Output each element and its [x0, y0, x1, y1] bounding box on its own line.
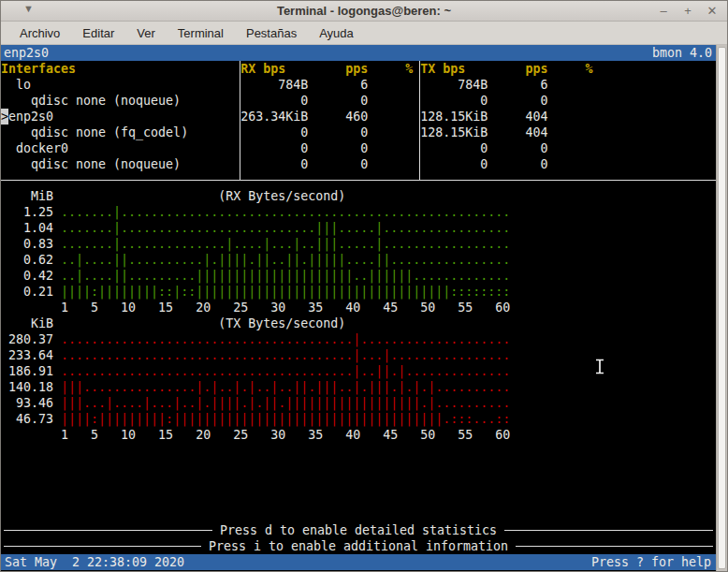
- titlebar[interactable]: ▼ Terminal - logongas@beren: ~ – + ✕: [1, 1, 727, 22]
- graph-data-row: 93.46 |||...|....|...|..|.||||.|.||.||||…: [1, 395, 716, 411]
- graph-title: KiB (TX Bytes/second): [1, 315, 345, 331]
- graph-bars: .......................................|…: [61, 347, 510, 363]
- menu-item-pestañas[interactable]: Pestañas: [237, 23, 306, 43]
- graph-title: MiB (RX Bytes/second): [1, 188, 345, 204]
- y-axis-tick-label: 1.04: [1, 220, 61, 236]
- graph-bars: |||...............|.|..|.|..|..||.|||..|…: [61, 379, 510, 395]
- graph-unit-title-row: MiB (RX Bytes/second): [1, 188, 716, 204]
- y-axis-tick-label: 0.62: [1, 252, 61, 268]
- terminal-viewport[interactable]: enp2s0bmon 4.0Interfaces RX bps pps % TX…: [1, 45, 727, 572]
- message-rule-left: [4, 538, 201, 547]
- interfaces-header: Interfaces RX bps pps % TX bps pps %: [1, 61, 592, 77]
- graph-data-row: 186.91 .................................…: [1, 363, 716, 379]
- menubar: ArchivoEditarVerTerminalPestañasAyuda: [1, 22, 727, 45]
- graph-bars: ||||:||||||||::|::||||||||||||||||||||||…: [61, 284, 510, 300]
- message-rule-left: [4, 522, 212, 531]
- interface-stats: qdisc none (fq_codel) 0 0 128.15KiB 404: [1, 125, 592, 140]
- interface-stats: qdisc none (noqueue) 0 0 0 0: [1, 156, 592, 172]
- graph-data-row: 0.21 ||||:||||||||::|::|||||||||||||||||…: [1, 284, 716, 300]
- graph-bars: .......|..........................|||...…: [61, 220, 510, 236]
- graph-data-row: 140.18 |||...............|.|..|.|..|..||…: [1, 379, 716, 395]
- empty-row: [1, 506, 716, 522]
- interface-row-enp2s0: >enp2s0 263.34KiB 460 128.15KiB 404: [1, 109, 716, 125]
- graph-bars: ..|....||.........|||||||||||||||||||||.…: [61, 268, 510, 284]
- interface-row-qdisc: qdisc none (noqueue) 0 0 0 0: [1, 93, 716, 109]
- window-title: Terminal - logongas@beren: ~: [1, 4, 727, 18]
- graph-bars: |||...|....|...|..|.||||.|.||.||||||||||…: [61, 395, 510, 411]
- bmon-version-label: bmon 4.0: [652, 45, 712, 61]
- x-axis-tick-labels: 1 5 10 15 20 25 30 35 40 45 50 55 60: [1, 427, 510, 443]
- interfaces-header-row: Interfaces RX bps pps % TX bps pps %: [1, 61, 716, 77]
- hint-message: Press d to enable detailed statistics: [212, 522, 504, 538]
- horizontal-separator-line: [1, 180, 716, 181]
- graph-bars: ..|....||..........|.||||.||..||.|||||..…: [61, 252, 510, 268]
- bmon-topbar: enp2s0bmon 4.0: [1, 45, 716, 61]
- scrollbar-thumb[interactable]: [718, 47, 726, 569]
- maximize-button[interactable]: +: [680, 4, 695, 19]
- menu-item-archivo[interactable]: Archivo: [10, 23, 69, 43]
- scrollbar[interactable]: [716, 45, 727, 572]
- clock-datetime: Sat May 2 22:38:09 2020: [5, 554, 184, 570]
- graph-bars: .......|................................…: [61, 204, 510, 220]
- help-hint: Press ? for help: [591, 554, 711, 570]
- graph-unit-title-row: KiB (TX Bytes/second): [1, 315, 716, 331]
- graph-data-row: 0.62 ..|....||..........|.||||.||..||.||…: [1, 252, 716, 268]
- bmon-statusbar: Sat May 2 22:38:09 2020Press ? for help: [1, 554, 716, 570]
- empty-row: [1, 443, 716, 459]
- terminal-window: ▼ Terminal - logongas@beren: ~ – + ✕ Arc…: [0, 0, 728, 572]
- interface-row-lo: lo 784B 6 784B 6: [1, 77, 716, 93]
- column-separator-line: [240, 61, 240, 180]
- hint-message: Press i to enable additional information: [201, 538, 516, 554]
- menu-item-editar[interactable]: Editar: [73, 23, 124, 43]
- y-axis-tick-label: 1.25: [1, 204, 61, 220]
- x-axis-tick-labels: 1 5 10 15 20 25 30 35 40 45 50 55 60: [1, 300, 510, 315]
- message-rule-right: [516, 538, 713, 547]
- close-button[interactable]: ✕: [705, 4, 720, 19]
- selection-marker: >: [1, 109, 8, 125]
- menu-item-ver[interactable]: Ver: [127, 23, 165, 43]
- minimize-button[interactable]: –: [656, 4, 671, 19]
- interface-row-qdisc: qdisc none (noqueue) 0 0 0 0: [1, 156, 716, 172]
- y-axis-tick-label: 0.83: [1, 236, 61, 252]
- menu-item-terminal[interactable]: Terminal: [168, 23, 233, 43]
- graph-x-axis-row: 1 5 10 15 20 25 30 35 40 45 50 55 60: [1, 427, 716, 443]
- graph-bars: .......................................|…: [61, 363, 510, 379]
- interface-row-qdisc: qdisc none (fq_codel) 0 0 128.15KiB 404: [1, 125, 716, 140]
- hint-message-row: Press d to enable detailed statistics: [1, 522, 716, 538]
- interface-stats: lo 784B 6 784B 6: [1, 77, 592, 93]
- graph-data-row: 233.64 .................................…: [1, 347, 716, 363]
- graph-data-row: 0.83 .......|..............|....|...|..|…: [1, 236, 716, 252]
- graph-bars: .......................................|…: [61, 331, 510, 347]
- selected-interface-label: enp2s0: [4, 45, 49, 61]
- empty-row: [1, 459, 716, 475]
- y-axis-tick-label: 0.21: [1, 284, 61, 300]
- y-axis-tick-label: 0.42: [1, 268, 61, 284]
- y-axis-tick-label: 93.46: [1, 395, 61, 411]
- graph-data-row: 0.42 ..|....||.........|||||||||||||||||…: [1, 268, 716, 284]
- interface-row-docker0: docker0 0 0 0 0: [1, 140, 716, 156]
- graph-data-row: 280.37 .................................…: [1, 331, 716, 347]
- bmon-screen: enp2s0bmon 4.0Interfaces RX bps pps % TX…: [1, 45, 716, 572]
- empty-row: [1, 491, 716, 506]
- message-rule-right: [504, 522, 713, 531]
- panel-separator-row: [1, 172, 716, 188]
- graph-x-axis-row: 1 5 10 15 20 25 30 35 40 45 50 55 60: [1, 300, 716, 315]
- graph-bars: ||||:|||||||||:|||||||||||||||||||||||||…: [61, 411, 510, 427]
- y-axis-tick-label: 140.18: [1, 379, 61, 395]
- interface-stats: docker0 0 0 0 0: [1, 140, 592, 156]
- y-axis-tick-label: 233.64: [1, 347, 61, 363]
- y-axis-tick-label: 280.37: [1, 331, 61, 347]
- column-separator-line: [419, 61, 420, 180]
- y-axis-tick-label: 46.73: [1, 411, 61, 427]
- empty-row: [1, 475, 716, 491]
- interface-stats: enp2s0 263.34KiB 460 128.15KiB 404: [8, 109, 592, 125]
- graph-bars: .......|..............|....|...|..|||...…: [61, 236, 510, 252]
- menu-item-ayuda[interactable]: Ayuda: [310, 23, 363, 43]
- graph-data-row: 1.04 .......|..........................|…: [1, 220, 716, 236]
- y-axis-tick-label: 186.91: [1, 363, 61, 379]
- graph-data-row: 46.73 ||||:|||||||||:|||||||||||||||||||…: [1, 411, 716, 427]
- graph-data-row: 1.25 .......|...........................…: [1, 204, 716, 220]
- hint-message-row: Press i to enable additional information: [1, 538, 716, 554]
- interface-stats: qdisc none (noqueue) 0 0 0 0: [1, 93, 592, 109]
